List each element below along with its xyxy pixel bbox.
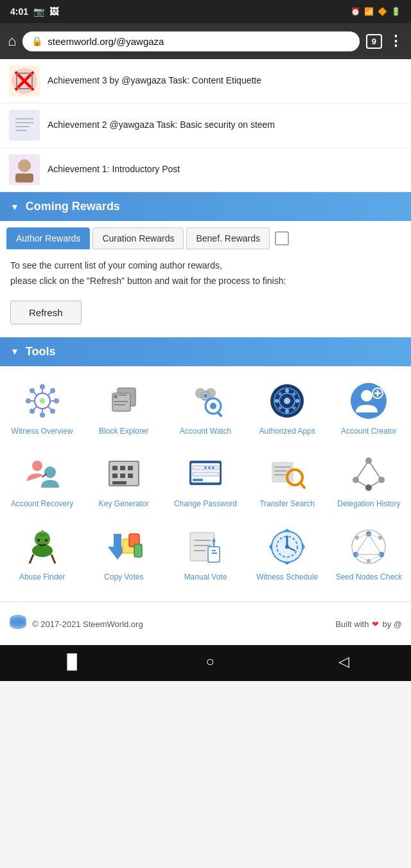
svg-rect-75 — [193, 479, 203, 481]
copy-votes-icon — [102, 525, 146, 569]
achievement-text-3: Achievement 1: Introductory Post — [48, 163, 180, 176]
block-explorer-icon — [102, 379, 146, 423]
svg-marker-122 — [302, 543, 305, 551]
svg-rect-104 — [134, 544, 142, 557]
gallery-icon: 🖼 — [49, 6, 58, 17]
rewards-info-text2: please click on the "Refresh" button and… — [10, 276, 286, 286]
alarm-icon: ⏰ — [351, 7, 360, 16]
witness-schedule-label: Witness Schedule — [256, 572, 318, 583]
tools-collapse-icon[interactable]: ▼ — [10, 346, 19, 357]
svg-point-49 — [279, 392, 282, 395]
svg-point-51 — [293, 392, 296, 395]
achievement-thumb — [9, 66, 40, 96]
nav-bar: ▐▌ ○ ◁ — [0, 645, 411, 681]
witness-schedule-icon — [265, 525, 309, 569]
tab-curation-rewards[interactable]: Curation Rewards — [92, 227, 184, 249]
svg-rect-67 — [112, 474, 118, 478]
tool-authorized-apps[interactable]: Authorized Apps — [248, 373, 327, 443]
delegation-history-icon — [347, 452, 390, 495]
svg-point-40 — [210, 403, 216, 409]
svg-point-26 — [50, 409, 55, 414]
svg-point-47 — [275, 399, 279, 403]
svg-rect-4 — [13, 114, 36, 137]
nav-back-button[interactable]: ◁ — [338, 653, 349, 670]
key-generator-icon — [102, 452, 146, 495]
svg-point-77 — [208, 466, 211, 469]
footer: © 2017-2021 SteemWorld.org Built with ❤ … — [0, 601, 411, 645]
abuse-finder-label: Abuse Finder — [19, 572, 65, 583]
tab-count[interactable]: 9 — [366, 34, 382, 49]
authorized-apps-icon — [265, 379, 309, 423]
svg-marker-121 — [269, 543, 272, 551]
svg-point-96 — [45, 539, 48, 542]
rewards-info: To see the current list of your coming a… — [0, 249, 411, 293]
page-content: Achievement 3 by @yawgaza Task: Content … — [0, 59, 411, 645]
nav-recent-button[interactable]: ▐▌ — [62, 653, 82, 670]
tool-account-watch[interactable]: Account Watch — [166, 373, 245, 443]
rewards-info-text1: To see the current list of your coming a… — [10, 260, 222, 270]
tools-title: Tools — [26, 345, 56, 359]
svg-point-21 — [40, 384, 45, 389]
footer-right: Built with ❤ by @ — [335, 619, 402, 629]
manual-vote-label: Manual Vote — [184, 572, 227, 583]
list-item[interactable]: Achievement 1: Introductory Post — [0, 148, 411, 192]
svg-rect-31 — [114, 394, 118, 398]
svg-line-84 — [301, 483, 304, 488]
tool-change-password[interactable]: Change Password — [166, 445, 245, 516]
svg-rect-74 — [193, 472, 218, 476]
svg-rect-33 — [114, 401, 128, 402]
tool-abuse-finder[interactable]: Abuse Finder — [3, 518, 82, 589]
tool-account-creator[interactable]: Account Creator — [329, 373, 408, 443]
footer-left: © 2017-2021 SteemWorld.org — [9, 613, 143, 635]
svg-rect-32 — [119, 394, 127, 396]
tool-manual-vote[interactable]: Manual Vote — [166, 518, 245, 589]
svg-point-23 — [26, 398, 31, 403]
change-password-label: Change Password — [174, 499, 237, 509]
svg-point-38 — [203, 393, 208, 398]
tab-author-rewards[interactable]: Author Rewards — [6, 227, 90, 249]
svg-rect-70 — [112, 481, 127, 484]
list-item[interactable]: Achievement 2 @yawgaza Task: Basic secur… — [0, 103, 411, 148]
wifi-icon: 🔶 — [378, 7, 387, 16]
tool-copy-votes[interactable]: Copy Votes — [84, 518, 163, 589]
achievement-list: Achievement 3 by @yawgaza Task: Content … — [0, 59, 411, 192]
list-item[interactable]: Achievement 3 by @yawgaza Task: Content … — [0, 59, 411, 103]
key-generator-label: Key Generator — [99, 499, 149, 509]
svg-rect-68 — [120, 474, 125, 478]
tab-benef-rewards[interactable]: Benef. Rewards — [186, 227, 270, 249]
svg-point-46 — [285, 409, 289, 413]
nav-home-button[interactable]: ○ — [206, 653, 214, 670]
tool-transfer-search[interactable]: Transfer Search — [248, 445, 327, 516]
account-watch-icon — [184, 379, 227, 423]
tool-witness-schedule[interactable]: Witness Schedule — [248, 518, 327, 589]
coming-rewards-title: Coming Rewards — [26, 200, 120, 213]
tool-delegation-history[interactable]: Delegation History — [329, 445, 408, 516]
url-bar[interactable]: 🔒 steemworld.org/@yawgaza — [22, 31, 359, 51]
collapse-arrow-icon[interactable]: ▼ — [10, 202, 19, 212]
browser-bar: ⌂ 🔒 steemworld.org/@yawgaza 9 ⋮ — [0, 23, 411, 59]
refresh-button[interactable]: Refresh — [10, 301, 82, 324]
tool-key-generator[interactable]: Key Generator — [84, 445, 163, 516]
status-bar-left: 4:01 📷 🖼 — [10, 6, 58, 17]
lock-icon: 🔒 — [31, 36, 42, 46]
tool-account-recovery[interactable]: Account Recovery — [3, 445, 82, 516]
svg-rect-64 — [112, 466, 118, 470]
signal-icon: 📶 — [364, 7, 374, 16]
seed-nodes-check-icon — [347, 525, 390, 569]
block-explorer-label: Block Explorer — [99, 427, 148, 437]
tool-seed-nodes-check[interactable]: Seed Nodes Check — [329, 518, 408, 589]
abuse-finder-icon — [21, 525, 64, 569]
built-with-text: Built with — [335, 619, 369, 629]
copyright-text: © 2017-2021 SteemWorld.org — [32, 619, 143, 629]
browser-menu-button[interactable]: ⋮ — [389, 33, 403, 49]
svg-line-88 — [356, 461, 369, 480]
svg-point-53 — [284, 398, 290, 404]
witness-overview-icon — [21, 379, 64, 423]
witness-overview-label: Witness Overview — [12, 427, 73, 437]
copy-votes-label: Copy Votes — [104, 572, 143, 583]
tool-witness-overview[interactable]: Witness Overview — [3, 373, 82, 443]
rewards-checkbox[interactable] — [275, 231, 289, 245]
home-button[interactable]: ⌂ — [8, 33, 16, 49]
delegation-history-label: Delegation History — [337, 499, 400, 509]
tool-block-explorer[interactable]: Block Explorer — [84, 373, 163, 443]
